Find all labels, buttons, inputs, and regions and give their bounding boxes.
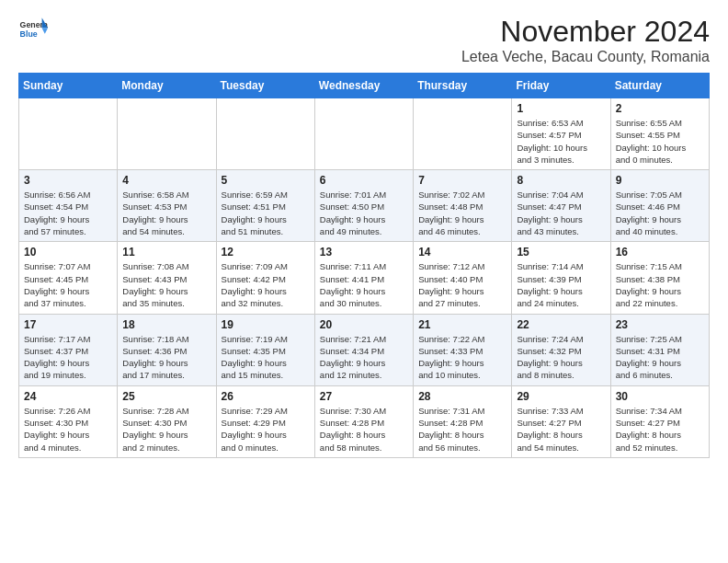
day-info: Sunrise: 7:17 AM Sunset: 4:37 PM Dayligh… (24, 333, 112, 382)
week-row-4: 24Sunrise: 7:26 AM Sunset: 4:30 PM Dayli… (19, 385, 710, 457)
day-cell: 15Sunrise: 7:14 AM Sunset: 4:39 PM Dayli… (512, 242, 610, 314)
month-year: November 2024 (461, 15, 710, 49)
day-number: 10 (24, 246, 112, 259)
day-info: Sunrise: 7:24 AM Sunset: 4:32 PM Dayligh… (517, 333, 605, 382)
day-cell: 13Sunrise: 7:11 AM Sunset: 4:41 PM Dayli… (314, 242, 413, 314)
day-info: Sunrise: 7:11 AM Sunset: 4:41 PM Dayligh… (320, 260, 408, 309)
day-cell: 12Sunrise: 7:09 AM Sunset: 4:42 PM Dayli… (216, 242, 314, 314)
day-number: 26 (222, 390, 310, 403)
day-cell: 24Sunrise: 7:26 AM Sunset: 4:30 PM Dayli… (19, 385, 118, 457)
day-info: Sunrise: 7:28 AM Sunset: 4:30 PM Dayligh… (122, 405, 210, 454)
day-info: Sunrise: 6:56 AM Sunset: 4:54 PM Dayligh… (24, 189, 112, 237)
day-cell: 5Sunrise: 6:59 AM Sunset: 4:51 PM Daylig… (216, 170, 314, 242)
day-cell: 17Sunrise: 7:17 AM Sunset: 4:37 PM Dayli… (19, 314, 118, 385)
day-info: Sunrise: 7:05 AM Sunset: 4:46 PM Dayligh… (616, 189, 704, 237)
day-number: 25 (122, 390, 210, 403)
logo-icon: General Blue (18, 15, 48, 44)
week-row-0: 1Sunrise: 6:53 AM Sunset: 4:57 PM Daylig… (19, 98, 710, 170)
day-cell: 1Sunrise: 6:53 AM Sunset: 4:57 PM Daylig… (512, 98, 610, 170)
day-number: 11 (122, 246, 210, 259)
day-info: Sunrise: 7:07 AM Sunset: 4:45 PM Dayligh… (24, 260, 112, 309)
day-info: Sunrise: 7:18 AM Sunset: 4:36 PM Dayligh… (122, 333, 210, 382)
weekday-tuesday: Tuesday (216, 74, 314, 98)
day-cell: 28Sunrise: 7:31 AM Sunset: 4:28 PM Dayli… (414, 385, 512, 457)
day-info: Sunrise: 7:34 AM Sunset: 4:27 PM Dayligh… (616, 405, 704, 454)
day-number: 5 (222, 174, 310, 187)
week-row-2: 10Sunrise: 7:07 AM Sunset: 4:45 PM Dayli… (19, 242, 710, 314)
day-cell (216, 98, 314, 170)
day-number: 2 (616, 102, 704, 115)
day-cell: 11Sunrise: 7:08 AM Sunset: 4:43 PM Dayli… (118, 242, 216, 314)
day-cell: 14Sunrise: 7:12 AM Sunset: 4:40 PM Dayli… (414, 242, 512, 314)
day-number: 6 (320, 174, 408, 187)
day-cell: 3Sunrise: 6:56 AM Sunset: 4:54 PM Daylig… (19, 170, 118, 242)
day-cell: 27Sunrise: 7:30 AM Sunset: 4:28 PM Dayli… (314, 385, 413, 457)
weekday-monday: Monday (118, 74, 216, 98)
day-info: Sunrise: 7:21 AM Sunset: 4:34 PM Dayligh… (320, 333, 408, 382)
day-cell: 2Sunrise: 6:55 AM Sunset: 4:55 PM Daylig… (610, 98, 709, 170)
day-cell (314, 98, 413, 170)
day-cell: 19Sunrise: 7:19 AM Sunset: 4:35 PM Dayli… (216, 314, 314, 385)
day-cell: 26Sunrise: 7:29 AM Sunset: 4:29 PM Dayli… (216, 385, 314, 457)
day-info: Sunrise: 7:25 AM Sunset: 4:31 PM Dayligh… (616, 333, 704, 382)
day-info: Sunrise: 7:15 AM Sunset: 4:38 PM Dayligh… (616, 260, 704, 309)
page: General Blue November 2024 Letea Veche, … (0, 0, 728, 467)
day-cell: 6Sunrise: 7:01 AM Sunset: 4:50 PM Daylig… (314, 170, 413, 242)
day-info: Sunrise: 6:59 AM Sunset: 4:51 PM Dayligh… (222, 189, 310, 237)
day-number: 21 (418, 318, 506, 331)
day-info: Sunrise: 7:33 AM Sunset: 4:27 PM Dayligh… (517, 405, 605, 454)
weekday-thursday: Thursday (414, 74, 512, 98)
day-cell: 9Sunrise: 7:05 AM Sunset: 4:46 PM Daylig… (610, 170, 709, 242)
day-info: Sunrise: 6:55 AM Sunset: 4:55 PM Dayligh… (616, 117, 704, 166)
day-cell: 29Sunrise: 7:33 AM Sunset: 4:27 PM Dayli… (512, 385, 610, 457)
day-cell: 30Sunrise: 7:34 AM Sunset: 4:27 PM Dayli… (610, 385, 709, 457)
day-info: Sunrise: 7:04 AM Sunset: 4:47 PM Dayligh… (517, 189, 605, 237)
day-number: 22 (517, 318, 605, 331)
day-number: 8 (517, 174, 605, 187)
day-info: Sunrise: 7:12 AM Sunset: 4:40 PM Dayligh… (418, 260, 506, 309)
day-info: Sunrise: 6:53 AM Sunset: 4:57 PM Dayligh… (517, 117, 605, 166)
day-info: Sunrise: 6:58 AM Sunset: 4:53 PM Dayligh… (122, 189, 210, 237)
day-number: 12 (222, 246, 310, 259)
day-number: 18 (122, 318, 210, 331)
day-cell (19, 98, 118, 170)
day-cell: 21Sunrise: 7:22 AM Sunset: 4:33 PM Dayli… (414, 314, 512, 385)
day-info: Sunrise: 7:26 AM Sunset: 4:30 PM Dayligh… (24, 405, 112, 454)
day-info: Sunrise: 7:02 AM Sunset: 4:48 PM Dayligh… (418, 189, 506, 237)
weekday-header-row: SundayMondayTuesdayWednesdayThursdayFrid… (19, 74, 710, 98)
logo: General Blue (18, 15, 48, 44)
day-info: Sunrise: 7:09 AM Sunset: 4:42 PM Dayligh… (222, 260, 310, 309)
day-cell: 7Sunrise: 7:02 AM Sunset: 4:48 PM Daylig… (414, 170, 512, 242)
day-number: 28 (418, 390, 506, 403)
day-info: Sunrise: 7:22 AM Sunset: 4:33 PM Dayligh… (418, 333, 506, 382)
day-cell (118, 98, 216, 170)
day-info: Sunrise: 7:29 AM Sunset: 4:29 PM Dayligh… (222, 405, 310, 454)
day-cell: 18Sunrise: 7:18 AM Sunset: 4:36 PM Dayli… (118, 314, 216, 385)
day-cell: 20Sunrise: 7:21 AM Sunset: 4:34 PM Dayli… (314, 314, 413, 385)
weekday-wednesday: Wednesday (314, 74, 413, 98)
day-number: 29 (517, 390, 605, 403)
day-number: 27 (320, 390, 408, 403)
day-cell (414, 98, 512, 170)
svg-marker-3 (42, 28, 48, 33)
day-info: Sunrise: 7:01 AM Sunset: 4:50 PM Dayligh… (320, 189, 408, 237)
header: General Blue November 2024 Letea Veche, … (18, 15, 710, 65)
day-cell: 4Sunrise: 6:58 AM Sunset: 4:53 PM Daylig… (118, 170, 216, 242)
title-block: November 2024 Letea Veche, Bacau County,… (461, 15, 710, 65)
day-number: 14 (418, 246, 506, 259)
weekday-saturday: Saturday (610, 74, 709, 98)
calendar: SundayMondayTuesdayWednesdayThursdayFrid… (18, 73, 710, 458)
day-number: 13 (320, 246, 408, 259)
day-info: Sunrise: 7:14 AM Sunset: 4:39 PM Dayligh… (517, 260, 605, 309)
day-number: 17 (24, 318, 112, 331)
day-cell: 10Sunrise: 7:07 AM Sunset: 4:45 PM Dayli… (19, 242, 118, 314)
location: Letea Veche, Bacau County, Romania (461, 49, 710, 65)
day-number: 16 (616, 246, 704, 259)
day-number: 9 (616, 174, 704, 187)
day-number: 23 (616, 318, 704, 331)
week-row-1: 3Sunrise: 6:56 AM Sunset: 4:54 PM Daylig… (19, 170, 710, 242)
day-number: 20 (320, 318, 408, 331)
day-cell: 22Sunrise: 7:24 AM Sunset: 4:32 PM Dayli… (512, 314, 610, 385)
weekday-sunday: Sunday (19, 74, 118, 98)
day-cell: 23Sunrise: 7:25 AM Sunset: 4:31 PM Dayli… (610, 314, 709, 385)
